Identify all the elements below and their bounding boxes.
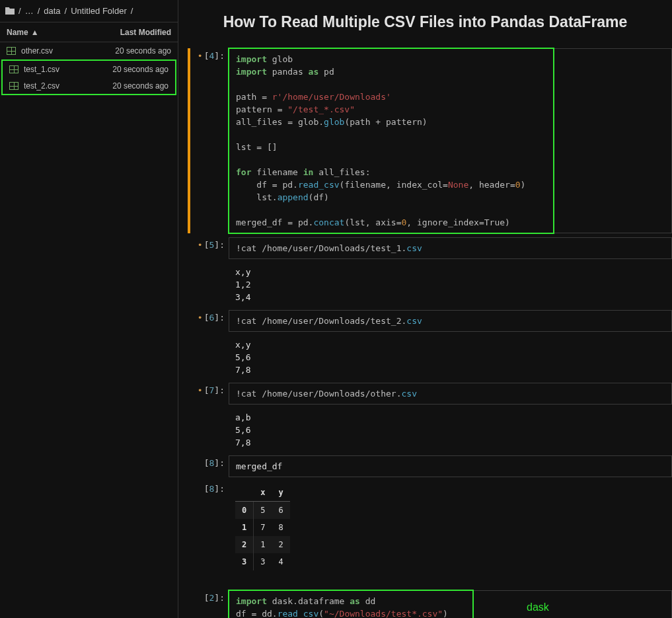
list-item[interactable]: test_2.csv 20 seconds ago	[3, 77, 175, 94]
folder-icon	[5, 7, 15, 15]
file-name: test_2.csv	[24, 81, 59, 91]
file-list-header: Name ▲ Last Modified	[0, 22, 178, 42]
list-item[interactable]: test_1.csv 20 seconds ago	[3, 61, 175, 77]
code-text[interactable]: import glob import pandas as pd path = r…	[236, 53, 665, 229]
cell-prompt: •[6]:	[178, 310, 229, 332]
code-cell[interactable]: [2]: import dask.dataframe as dd df = dd…	[178, 590, 672, 618]
output-cell: x,y 5,6 7,8	[178, 336, 672, 379]
file-browser-sidebar: / … / data / Untitled Folder / Name ▲ La…	[0, 0, 178, 618]
output-text: x,y 5,6 7,8	[235, 338, 665, 376]
code-cell[interactable]: •[5]: !cat /home/user/Downloads/test_1.c…	[178, 237, 672, 259]
code-cell[interactable]: •[7]: !cat /home/user/Downloads/other.cs…	[178, 383, 672, 405]
code-input[interactable]: merged_df	[229, 455, 672, 477]
crumb-folder[interactable]: Untitled Folder	[71, 6, 127, 16]
crumb-slash: /	[38, 6, 40, 16]
notebook-area[interactable]: How To Read Multiple CSV Files into Pand…	[178, 0, 672, 618]
sort-icon: ▲	[31, 28, 39, 37]
csv-icon	[9, 65, 19, 73]
csv-icon	[9, 82, 19, 90]
cell-prompt: [8]:	[178, 455, 229, 477]
annotation-dask: dask	[527, 601, 549, 613]
code-text[interactable]: !cat /home/user/Downloads/test_2.csv	[236, 315, 665, 327]
code-cell[interactable]: •[6]: !cat /home/user/Downloads/test_2.c…	[178, 310, 672, 332]
file-modified: 20 seconds ago	[115, 46, 171, 56]
file-name: other.csv	[21, 46, 53, 56]
code-text[interactable]: import dask.dataframe as dd df = dd.read…	[236, 595, 665, 618]
breadcrumb[interactable]: / … / data / Untitled Folder /	[0, 0, 178, 22]
code-input[interactable]: import glob import pandas as pd path = r…	[229, 48, 672, 233]
file-modified: 20 seconds ago	[112, 81, 168, 91]
output-text: x,y 1,2 3,4	[235, 266, 665, 303]
output-text: a,b 5,6 7,8	[235, 411, 665, 449]
cell-prompt: •[7]:	[178, 383, 229, 405]
code-input[interactable]: import dask.dataframe as dd df = dd.read…	[229, 590, 672, 618]
code-input[interactable]: !cat /home/user/Downloads/test_2.csv	[229, 310, 672, 332]
crumb-data[interactable]: data	[44, 6, 60, 16]
list-item[interactable]: other.csv 20 seconds ago	[0, 42, 178, 59]
dataframe-output: xy 056 178 212 334	[235, 484, 290, 570]
cell-prompt: •[4]:	[178, 48, 229, 233]
output-cell: x,y 1,2 3,4	[178, 263, 672, 306]
output-cell: a,b 5,6 7,8	[178, 408, 672, 451]
crumb-slash: /	[131, 6, 133, 16]
code-text[interactable]: !cat /home/user/Downloads/test_1.csv	[236, 242, 665, 254]
page-title: How To Read Multiple CSV Files into Pand…	[178, 0, 672, 48]
csv-icon	[7, 47, 16, 55]
name-column-header[interactable]: Name ▲	[7, 28, 39, 37]
cell-prompt: •[5]:	[178, 237, 229, 259]
code-text[interactable]: !cat /home/user/Downloads/other.csv	[236, 387, 665, 400]
code-input[interactable]: !cat /home/user/Downloads/test_1.csv	[229, 237, 672, 259]
code-input[interactable]: !cat /home/user/Downloads/other.csv	[229, 383, 672, 405]
modified-column-header[interactable]: Last Modified	[120, 28, 171, 37]
output-cell: [8]: xy 056 178 212 334	[178, 481, 672, 573]
cell-prompt: [8]:	[178, 481, 229, 573]
code-text[interactable]: merged_df	[236, 460, 665, 473]
code-cell[interactable]: •[4]: import glob import pandas as pd pa…	[178, 48, 672, 233]
crumb-slash: /	[65, 6, 67, 16]
file-name: test_1.csv	[24, 65, 59, 74]
crumb-dots[interactable]: …	[25, 6, 34, 16]
crumb-slash: /	[19, 6, 21, 16]
cell-prompt: [2]:	[178, 590, 229, 618]
code-cell[interactable]: [8]: merged_df	[178, 455, 672, 477]
file-modified: 20 seconds ago	[112, 65, 168, 74]
